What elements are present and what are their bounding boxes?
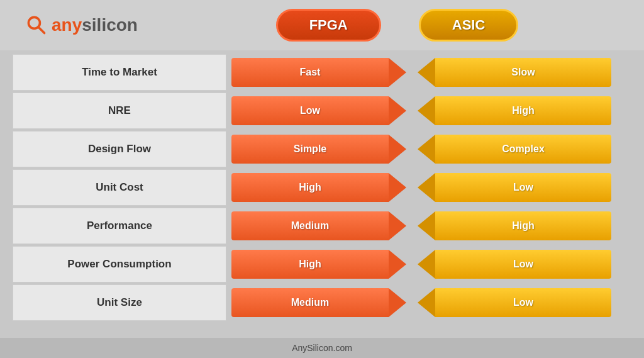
- asic-tip: [418, 96, 435, 125]
- header: anysilicon FPGA ASIC: [0, 0, 644, 50]
- asic-value: Low: [435, 173, 611, 202]
- fpga-value: Simple: [231, 135, 389, 164]
- comparison-table: Time to Market Fast Slow NRE Low: [13, 54, 631, 335]
- asic-tip: [418, 135, 435, 164]
- fpga-value: Fast: [231, 58, 389, 87]
- header-badges: FPGA ASIC: [138, 9, 619, 42]
- fpga-value: Medium: [231, 288, 389, 317]
- logo: anysilicon: [25, 14, 138, 36]
- row-values: Fast Slow: [226, 54, 631, 91]
- asic-tip: [418, 250, 435, 279]
- svg-line-1: [38, 27, 45, 33]
- fpga-tip: [389, 211, 406, 240]
- row-values: High Low: [226, 169, 631, 206]
- fpga-tip: [389, 58, 406, 87]
- asic-tip: [418, 288, 435, 317]
- fpga-arrow: Fast: [231, 58, 408, 87]
- fpga-tip: [389, 96, 406, 125]
- asic-tip: [418, 173, 435, 202]
- asic-value: Slow: [435, 58, 611, 87]
- asic-value: Low: [435, 250, 611, 279]
- fpga-value: Low: [231, 96, 389, 125]
- fpga-value: High: [231, 173, 389, 202]
- row-label: Unit Cost: [13, 169, 226, 206]
- logo-any: any: [52, 15, 82, 35]
- asic-arrow: Slow: [410, 58, 611, 87]
- row-values: Low High: [226, 92, 631, 129]
- row-values: Simple Complex: [226, 131, 631, 167]
- footer: AnySilicon.com: [0, 338, 644, 358]
- asic-tip: [418, 211, 435, 240]
- fpga-tip: [389, 250, 406, 279]
- asic-value: Complex: [435, 135, 611, 164]
- asic-value: High: [435, 96, 611, 125]
- asic-arrow: High: [410, 96, 611, 125]
- row-values: High Low: [226, 246, 631, 282]
- table-row: Unit Cost High Low: [13, 169, 631, 206]
- fpga-arrow: High: [231, 173, 408, 202]
- footer-text: AnySilicon.com: [292, 343, 352, 353]
- fpga-tip: [389, 173, 406, 202]
- logo-silicon: silicon: [82, 15, 138, 35]
- table-row: Unit Size Medium Low: [13, 284, 631, 321]
- fpga-value: Medium: [231, 211, 389, 240]
- main-content: Time to Market Fast Slow NRE Low: [0, 50, 644, 338]
- asic-arrow: Low: [410, 288, 611, 317]
- fpga-arrow: High: [231, 250, 408, 279]
- asic-arrow: Complex: [410, 135, 611, 164]
- row-label: Design Flow: [13, 131, 226, 167]
- row-label: NRE: [13, 92, 226, 129]
- asic-arrow: Low: [410, 173, 611, 202]
- table-row: Power Consumption High Low: [13, 246, 631, 282]
- row-values: Medium Low: [226, 284, 631, 321]
- fpga-arrow: Simple: [231, 135, 408, 164]
- fpga-tip: [389, 135, 406, 164]
- row-label: Unit Size: [13, 284, 226, 321]
- table-row: Performance Medium High: [13, 208, 631, 244]
- asic-arrow: High: [410, 211, 611, 240]
- row-label: Time to Market: [13, 54, 226, 91]
- asic-badge: ASIC: [419, 9, 519, 42]
- asic-value: High: [435, 211, 611, 240]
- logo-icon: [25, 14, 48, 36]
- row-label: Performance: [13, 208, 226, 244]
- row-label: Power Consumption: [13, 246, 226, 282]
- logo-text: anysilicon: [52, 15, 138, 35]
- fpga-arrow: Medium: [231, 288, 408, 317]
- asic-tip: [418, 58, 435, 87]
- table-row: Design Flow Simple Complex: [13, 131, 631, 167]
- fpga-value: High: [231, 250, 389, 279]
- fpga-badge: FPGA: [276, 9, 381, 42]
- row-values: Medium High: [226, 208, 631, 244]
- asic-value: Low: [435, 288, 611, 317]
- table-row: NRE Low High: [13, 92, 631, 129]
- fpga-arrow: Medium: [231, 211, 408, 240]
- fpga-arrow: Low: [231, 96, 408, 125]
- fpga-tip: [389, 288, 406, 317]
- table-row: Time to Market Fast Slow: [13, 54, 631, 91]
- asic-arrow: Low: [410, 250, 611, 279]
